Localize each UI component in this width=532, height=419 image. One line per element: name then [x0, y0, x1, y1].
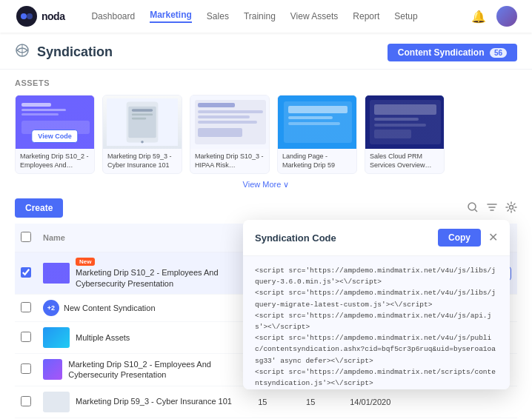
nav-training[interactable]: Training: [244, 11, 276, 21]
row-checkbox-2[interactable]: [21, 302, 31, 312]
row-thumb-3: [43, 327, 70, 348]
nav-links: Dashboard Marketing Sales Training View …: [91, 10, 453, 23]
asset-name-cell-3: Multiple Assets: [43, 327, 246, 348]
svg-rect-13: [132, 109, 153, 112]
code-line-2: <script src='https://ampdemo.mindmatrix.…: [255, 287, 498, 309]
asset-name-cell-4: Marketing Drip S10_2 - Employees And Cyb…: [43, 359, 246, 381]
asset-card-info-3: Marketing Drip S10_3 - HIPAA Risk Assess…: [190, 149, 269, 173]
row-checkbox-4[interactable]: [21, 363, 31, 374]
asset-thumb-3: [190, 95, 269, 149]
nav-marketing[interactable]: Marketing: [150, 10, 192, 23]
modal-header: Syndication Code Copy ✕: [243, 220, 510, 256]
logo[interactable]: noda: [15, 4, 64, 28]
asset-card-3[interactable]: Marketing Drip S10_3 - HIPAA Risk Assess…: [190, 95, 270, 174]
assets-section: Assets View Code Marketing Drip S1: [0, 70, 532, 198]
updated-on-5: [399, 386, 455, 418]
title-row: Syndication: [15, 43, 113, 61]
filter-icon[interactable]: [486, 201, 498, 215]
row-checkbox-1[interactable]: [21, 267, 31, 278]
svg-line-36: [475, 210, 477, 212]
nav-right: 🔔: [471, 6, 517, 27]
nav-view-assets[interactable]: View Assets: [290, 11, 338, 21]
top-navigation: noda Dashboard Marketing Sales Training …: [0, 0, 532, 33]
code-line-1: <script src='https://ampdemo.mindmatrix.…: [255, 265, 498, 287]
svg-point-2: [27, 13, 33, 19]
svg-rect-23: [198, 128, 242, 137]
asset-card-1[interactable]: View Code Marketing Drip S10_2 - Employe…: [15, 95, 95, 174]
svg-rect-32: [374, 118, 419, 121]
asset-card-info-5: Sales Cloud PRM Services Overview Powerp…: [365, 149, 444, 173]
asset-name-cell-5: Marketing Drip 59_3 - Cyber Insurance 10…: [43, 392, 246, 412]
table-row: Marketing Drip 59_3 - Cyber Insurance 10…: [15, 386, 517, 418]
page-title: Syndication: [37, 44, 113, 60]
nav-report[interactable]: Report: [353, 11, 379, 21]
asset-name-text-3: Multiple Assets: [76, 332, 130, 343]
view-code-overlay-btn[interactable]: View Code: [31, 130, 78, 143]
nav-sales[interactable]: Sales: [207, 11, 229, 21]
user-avatar[interactable]: [496, 6, 517, 27]
created-on-5: 14/01/2020: [344, 386, 399, 418]
asset-thumb-5: [365, 95, 444, 149]
svg-rect-19: [198, 103, 235, 107]
asset-card-name-3: Marketing Drip S10_3 - HIPAA Risk Assess…: [195, 152, 265, 170]
asset-card-info-4: Landing Page - Marketing Drip 59: [278, 149, 356, 173]
asset-card-info-2: Marketing Drip 59_3 - Cyber Insurance 10…: [103, 149, 182, 173]
row-checkbox-5[interactable]: [21, 396, 31, 406]
nav-dashboard[interactable]: Dashboard: [91, 11, 135, 21]
svg-rect-20: [198, 110, 263, 113]
svg-rect-14: [132, 113, 153, 115]
modal-body: <script src='https://ampdemo.mindmatrix.…: [243, 256, 510, 389]
svg-rect-6: [21, 103, 51, 107]
syndication-code-modal: Syndication Code Copy ✕ <script src='htt…: [243, 220, 510, 389]
view-more[interactable]: View More ∨: [15, 180, 517, 190]
table-toolbar: Create: [15, 198, 517, 218]
settings-icon[interactable]: [505, 201, 517, 215]
total-views-5: 15: [252, 386, 300, 418]
asset-card-4[interactable]: Landing Page - Marketing Drip 59: [277, 95, 357, 174]
assets-cards: View Code Marketing Drip S10_2 - Employe…: [15, 95, 517, 174]
tab-content-syndication[interactable]: Content Syndication 56: [388, 44, 517, 61]
asset-name-cell-2: +2 New Content Syndication: [43, 300, 246, 316]
svg-rect-33: [374, 124, 426, 127]
svg-rect-31: [374, 104, 436, 115]
modal-title: Syndication Code: [255, 232, 336, 244]
svg-rect-7: [21, 109, 66, 111]
copy-button[interactable]: Copy: [438, 229, 481, 247]
toolbar-icons: [467, 201, 517, 215]
asset-card-name-5: Sales Cloud PRM Services Overview Powerp…: [370, 152, 439, 170]
new-badge: New: [76, 258, 95, 266]
asset-name-text-2: New Content Syndication: [64, 303, 156, 313]
asset-name-label-4: Marketing Drip S10_2 - Employees And Cyb…: [68, 359, 246, 381]
create-button[interactable]: Create: [15, 198, 63, 218]
plus-badge-2: +2: [43, 300, 59, 316]
svg-point-37: [510, 205, 513, 209]
nav-setup[interactable]: Setup: [394, 11, 417, 21]
svg-rect-8: [21, 113, 59, 115]
code-line-6: <div class='amp-content-syndication'cid=…: [255, 389, 498, 389]
assets-label: Assets: [15, 78, 517, 87]
tab-badge: 56: [490, 48, 507, 58]
asset-name-cell-1: New Marketing Drip S10_2 - Employees And…: [43, 258, 246, 289]
asset-card-2[interactable]: Marketing Drip 59_3 - Cyber Insurance 10…: [102, 95, 182, 174]
row-thumb-4: [43, 359, 62, 380]
svg-rect-21: [198, 115, 250, 118]
select-all-checkbox[interactable]: [21, 232, 31, 242]
asset-card-name-1: Marketing Drip S10_2 - Employees And Cyb…: [20, 152, 90, 170]
close-button[interactable]: ✕: [488, 232, 498, 244]
form-fills-5: 15: [300, 386, 344, 418]
code-line-5: <script src='https://ampdemo.mindmatrix.…: [255, 366, 498, 389]
svg-rect-34: [374, 130, 411, 138]
svg-rect-15: [132, 118, 147, 120]
asset-card-5[interactable]: Sales Cloud PRM Services Overview Powerp…: [365, 95, 445, 174]
asset-thumb-4: [278, 95, 356, 149]
bell-icon[interactable]: 🔔: [471, 10, 486, 24]
code-line-4: <script src='https://ampdemo.mindmatrix.…: [255, 332, 498, 366]
row-checkbox-3[interactable]: [21, 332, 31, 342]
asset-thumb-2: [103, 95, 182, 149]
asset-card-name-2: Marketing Drip 59_3 - Cyber Insurance 10…: [107, 152, 177, 170]
tab-group: Content Syndication 56: [388, 44, 517, 61]
search-icon[interactable]: [467, 201, 479, 215]
asset-card-name-4: Landing Page - Marketing Drip 59: [282, 152, 352, 170]
asset-name-text-1: New Marketing Drip S10_2 - Employees And…: [76, 258, 246, 289]
asset-thumb-1: View Code: [16, 95, 94, 149]
